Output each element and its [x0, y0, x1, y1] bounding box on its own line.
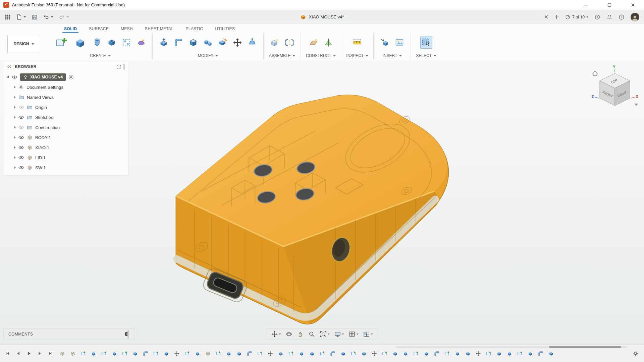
viewcube-menu-icon[interactable] — [634, 104, 638, 106]
close-window-button[interactable] — [629, 2, 637, 8]
select-menu[interactable]: SELECT — [416, 52, 436, 59]
tab-plastic[interactable]: PLASTIC — [184, 26, 205, 33]
browser-row-xiao-1[interactable]: XIAO:1 — [3, 142, 128, 153]
document-tab[interactable]: XIAO MOUSE v4* — [300, 14, 344, 20]
create-menu[interactable]: CREATE — [90, 52, 111, 59]
minimize-button[interactable] — [582, 2, 590, 8]
timeline-feature-sketch[interactable] — [101, 350, 107, 357]
timeline-feature-sketch[interactable] — [350, 350, 357, 357]
close-document-button[interactable] — [544, 15, 548, 19]
step-forward-button[interactable] — [36, 350, 43, 357]
display-button[interactable] — [333, 330, 346, 338]
extrude-button[interactable] — [72, 35, 88, 51]
timeline-feature-extrude[interactable] — [361, 350, 367, 357]
tab-solid[interactable]: SOLID — [62, 26, 78, 33]
timeline-settings-gear-icon[interactable] — [633, 351, 639, 357]
combine-button[interactable] — [202, 37, 214, 49]
timeline-feature-extrude[interactable] — [548, 350, 554, 357]
browser-row-xiao-mouse-v4[interactable]: XIAO MOUSE v4 — [3, 72, 128, 82]
press-pull-button[interactable] — [158, 37, 170, 49]
skip-start-button[interactable] — [4, 350, 11, 357]
construct-menu[interactable]: CONSTRUCT — [306, 52, 336, 59]
step-back-button[interactable] — [15, 350, 21, 357]
timeline-feature-extrude[interactable] — [298, 350, 305, 357]
browser-row-sw-1[interactable]: SW:1 — [3, 163, 128, 173]
select-button[interactable] — [420, 37, 432, 49]
home-icon[interactable] — [592, 71, 598, 75]
insert-button[interactable] — [379, 37, 391, 49]
axis-button[interactable] — [322, 37, 334, 49]
timeline-feature-component[interactable] — [205, 350, 211, 357]
user-avatar[interactable] — [631, 13, 639, 21]
expand-arrow-icon[interactable] — [14, 166, 16, 169]
timeline-feature-extrude[interactable] — [277, 350, 284, 357]
zoom-button[interactable] — [307, 330, 317, 338]
app-grid-button[interactable] — [5, 14, 11, 20]
fit-button[interactable] — [318, 330, 331, 338]
timeline-feature-sketch[interactable] — [215, 350, 222, 357]
browser-row-named-views[interactable]: Named Views — [3, 92, 128, 102]
timeline-feature-sketch[interactable] — [381, 350, 388, 357]
expand-arrow-icon[interactable] — [14, 96, 16, 99]
timeline-scrollbar-thumb[interactable] — [549, 346, 621, 348]
timeline-feature-sketch[interactable] — [444, 350, 450, 357]
expand-arrow-icon[interactable] — [14, 126, 16, 129]
timeline-feature-sketch[interactable] — [288, 350, 294, 357]
fillet-button[interactable] — [172, 37, 184, 49]
expand-arrow-icon[interactable] — [14, 156, 16, 159]
new-document-tab-button[interactable] — [554, 15, 559, 19]
notifications-button[interactable] — [606, 14, 612, 20]
collapse-panel-icon[interactable] — [7, 65, 12, 68]
3d-model[interactable] — [176, 95, 449, 324]
expand-arrow-icon[interactable] — [14, 86, 16, 88]
assemble-menu[interactable]: ASSEMBLE — [269, 52, 296, 59]
timeline-feature-move[interactable] — [371, 350, 378, 357]
timeline-feature-sketch[interactable] — [517, 350, 523, 357]
pan-button[interactable] — [296, 330, 306, 338]
comments-bar[interactable]: COMMENTS — [3, 328, 135, 340]
shell-button[interactable] — [187, 37, 199, 49]
browser-row-body-1[interactable]: BODY:1 — [3, 132, 128, 142]
view-cube[interactable]: TOP FRONT RIGHT Y X Z — [590, 63, 640, 117]
skip-end-button[interactable] — [47, 350, 54, 357]
timeline-feature-fillet[interactable] — [246, 350, 253, 357]
viewports-button[interactable] — [362, 330, 375, 338]
timeline-feature-extrude[interactable] — [225, 350, 232, 357]
timeline-feature-fillet[interactable] — [537, 350, 544, 357]
eye-icon[interactable] — [18, 156, 24, 160]
panel-grip[interactable] — [123, 64, 125, 70]
measure-button[interactable] — [351, 37, 363, 49]
eye-icon[interactable] — [18, 115, 24, 119]
browser-row-lid-1[interactable]: LID:1 — [3, 153, 128, 163]
recent-files-button[interactable] — [594, 14, 600, 20]
timeline-feature-component[interactable] — [59, 350, 66, 357]
redo-button[interactable] — [59, 14, 69, 20]
timeline-feature-extrude[interactable] — [402, 350, 409, 357]
inspect-menu[interactable]: INSPECT — [346, 52, 368, 59]
timeline-feature-extrude[interactable] — [163, 350, 170, 357]
timeline-feature-extrude[interactable] — [309, 350, 315, 357]
revolve-button[interactable] — [91, 37, 103, 49]
offset-face-button[interactable] — [246, 37, 258, 49]
timeline-feature-component[interactable] — [69, 350, 76, 357]
timeline-feature-extrude[interactable] — [132, 350, 139, 357]
canvas[interactable]: BROWSER XIAO MOUSE v4Document SettingsNa… — [0, 60, 644, 345]
browser-row-document-settings[interactable]: Document Settings — [3, 82, 128, 92]
timeline-feature-sketch[interactable] — [413, 350, 419, 357]
eye-icon[interactable] — [18, 145, 24, 149]
plane-button[interactable] — [308, 37, 320, 49]
eye-off-icon[interactable] — [18, 125, 24, 129]
minimize-panel-icon[interactable] — [116, 64, 121, 69]
create-sketch-button[interactable] — [53, 35, 69, 51]
expand-arrow-icon[interactable] — [14, 106, 16, 109]
eye-icon[interactable] — [18, 166, 24, 170]
timeline-feature-extrude[interactable] — [90, 350, 97, 357]
timeline-scrollbar[interactable] — [396, 346, 627, 348]
viewcube-cube[interactable]: TOP FRONT RIGHT — [600, 73, 630, 106]
save-button[interactable] — [32, 14, 38, 20]
comments-grip[interactable] — [127, 330, 129, 339]
canvas-button[interactable] — [393, 37, 406, 49]
timeline-feature-extrude[interactable] — [236, 350, 243, 357]
hole-button[interactable] — [106, 37, 118, 49]
timeline-feature-move[interactable] — [475, 350, 482, 357]
